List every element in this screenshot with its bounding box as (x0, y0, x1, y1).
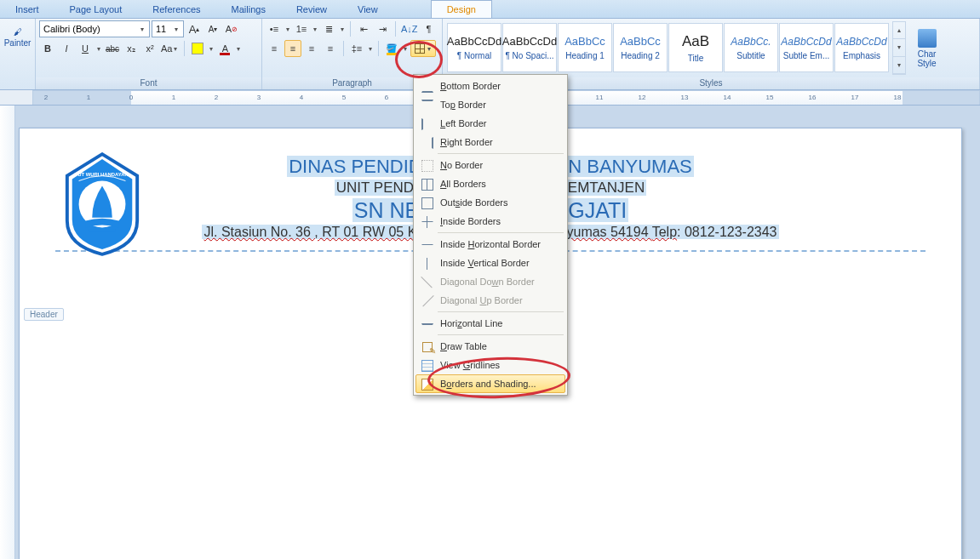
align-left-button[interactable]: ≡ (266, 40, 283, 57)
style-heading-1[interactable]: AaBbCcHeading 1 (558, 23, 612, 72)
svg-text:TUT WURI HANDAYANI: TUT WURI HANDAYANI (75, 172, 130, 177)
border-all-icon (421, 179, 433, 191)
style-emphasis[interactable]: AaBbCcDdEmphasis (834, 23, 889, 72)
bullets-button[interactable]: •≡ (266, 20, 283, 37)
ruler-tick: 0 (129, 94, 133, 101)
header-tag[interactable]: Header (24, 308, 64, 321)
style-label: ¶ No Spaci... (505, 51, 553, 60)
scroll-up-icon[interactable]: ▴ (893, 22, 905, 39)
shrink-font-button[interactable]: A▾ (204, 20, 221, 37)
font-color-button[interactable]: A (216, 40, 233, 57)
border-none-icon (421, 160, 433, 172)
style---no-spaci---[interactable]: AaBbCcDd¶ No Spaci... (502, 23, 557, 72)
tab-mailings[interactable]: Mailings (216, 0, 281, 18)
superscript-button[interactable]: x² (141, 40, 158, 57)
menu-horizontal-line[interactable]: Horizontal Line (415, 314, 565, 333)
grow-font-button[interactable]: A▴ (186, 20, 203, 37)
tab-design[interactable]: Design (431, 0, 492, 18)
shading-button[interactable]: 🪣 (383, 40, 400, 57)
menu-separator (438, 311, 564, 312)
ruler-tick: 5 (342, 94, 346, 101)
ruler-tick: 6 (385, 94, 388, 101)
style-subtle-em---[interactable]: AaBbCcDdSubtle Em... (779, 23, 834, 72)
ruler-tick: 11 (596, 94, 604, 101)
justify-button[interactable]: ≡ (322, 40, 339, 57)
menu-inside-horizontal[interactable]: Inside Horizontal Border (415, 235, 565, 254)
tab-review[interactable]: Review (281, 0, 342, 18)
format-painter[interactable]: 🖌 Painter (0, 19, 35, 48)
show-marks-button[interactable]: ¶ (421, 20, 438, 37)
numbering-button[interactable]: 1≡ (293, 20, 310, 37)
decrease-indent-button[interactable]: ⇤ (355, 20, 372, 37)
styles-gallery: AaBbCcDd¶ NormalAaBbCcDd¶ No Spaci...AaB… (445, 21, 891, 75)
tab-view[interactable]: View (342, 0, 393, 18)
style---normal[interactable]: AaBbCcDd¶ Normal (447, 23, 501, 72)
tab-page-layout[interactable]: Page Layout (54, 0, 138, 18)
menu-draw-table[interactable]: Draw Table (415, 337, 565, 356)
menu-bottom-border[interactable]: Bottom Border (415, 77, 565, 95)
ruler-tick: 1 (87, 94, 90, 101)
style-label: Heading 2 (621, 51, 660, 60)
menu-view-gridlines[interactable]: View Gridlines (415, 356, 565, 374)
ruler-tick: 3 (257, 94, 261, 101)
menu-no-border[interactable]: No Border (415, 156, 565, 174)
style-preview: AaBbCcDd (781, 36, 831, 48)
bold-button[interactable]: B (39, 40, 56, 57)
tab-insert[interactable]: Insert (0, 0, 54, 18)
italic-button[interactable]: I (58, 40, 75, 57)
clipboard-group: 🖌 Painter (0, 19, 36, 89)
menu-left-border[interactable]: Left Border (415, 114, 565, 133)
strike-button[interactable]: abc (104, 40, 121, 57)
align-right-button[interactable]: ≡ (303, 40, 320, 57)
style-title[interactable]: AaBTitle (668, 23, 723, 72)
border-outside-icon (421, 197, 433, 209)
style-preview: AaBbCc (620, 35, 661, 48)
menu-right-border[interactable]: Right Border (415, 133, 565, 151)
vertical-ruler[interactable] (0, 106, 15, 559)
tab-references[interactable]: References (137, 0, 215, 18)
chevron-down-icon: ▾ (95, 45, 102, 53)
ruler-tick: 2 (215, 94, 218, 101)
change-case-button[interactable]: Aa▾ (160, 40, 180, 57)
style-preview: AaBbCcDd (502, 35, 557, 48)
more-icon[interactable]: ▾ (893, 57, 905, 74)
align-center-button[interactable]: ≡ (284, 40, 301, 57)
ruler-tick: 14 (724, 94, 731, 101)
style-label: Emphasis (843, 51, 880, 60)
border-iv-icon (421, 258, 433, 270)
menu-top-border[interactable]: Top Border (415, 95, 565, 114)
style-label: Subtle Em... (783, 51, 829, 60)
hline-icon (421, 318, 433, 330)
increase-indent-button[interactable]: ⇥ (374, 20, 391, 37)
style-heading-2[interactable]: AaBbCcHeading 2 (613, 23, 668, 72)
style-subtitle[interactable]: AaBbCc.Subtitle (724, 23, 778, 72)
menu-inside-borders[interactable]: Inside Borders (415, 212, 565, 231)
chevron-down-icon: ▾ (139, 26, 146, 33)
clear-format-button[interactable]: A⊘ (223, 20, 240, 37)
chevron-down-icon: ▾ (208, 45, 215, 53)
chevron-down-icon: ▾ (426, 45, 433, 53)
grid-icon (415, 43, 425, 54)
scroll-down-icon[interactable]: ▾ (893, 39, 905, 56)
style-preview: AaBbCc (565, 35, 605, 48)
font-size-combo[interactable]: 11▾ (152, 20, 184, 37)
menu-all-borders[interactable]: All Borders (415, 174, 565, 193)
borders-button[interactable]: ▾ (410, 40, 436, 57)
menu-borders-shading[interactable]: Borders and Shading... (415, 374, 565, 393)
styles-scroll[interactable]: ▴ ▾ ▾ (892, 21, 906, 75)
painter-label: Painter (4, 38, 32, 48)
font-name-combo[interactable]: Calibri (Body)▾ (39, 20, 150, 37)
line-spacing-button[interactable]: ‡≡ (348, 40, 365, 57)
multilevel-button[interactable]: ≣ (320, 20, 337, 37)
menu-outside-borders[interactable]: Outside Borders (415, 193, 565, 212)
highlight-button[interactable] (189, 40, 206, 57)
style-label: Heading 1 (565, 51, 605, 60)
underline-button[interactable]: U (77, 40, 94, 57)
style-label: Subtitle (736, 51, 765, 60)
subscript-button[interactable]: x₂ (123, 40, 140, 57)
sort-button[interactable]: A↓Z (400, 20, 419, 37)
change-styles-button[interactable]: Char Style (908, 21, 946, 75)
styles-icon (918, 29, 937, 48)
ruler-tick: 4 (300, 94, 303, 101)
menu-inside-vertical[interactable]: Inside Vertical Border (415, 254, 565, 272)
